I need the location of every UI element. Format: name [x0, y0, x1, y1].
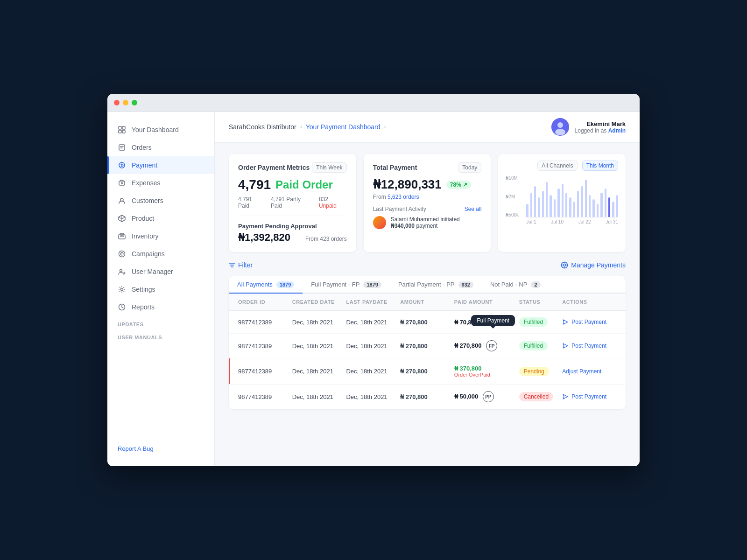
page-content: Order Payment Metrics This Week 4,791 Pa…: [215, 143, 640, 420]
table-row: 9877412389 Dec, 18th 2021 Dec, 18th 2021…: [229, 334, 626, 358]
sidebar-item-orders[interactable]: Orders: [107, 139, 214, 156]
status-4: Cancelled: [519, 392, 563, 401]
chart-bar: [608, 197, 610, 217]
tab-all-payments[interactable]: All Payments 1879: [229, 276, 303, 294]
user-name: Ekemini Mark: [575, 120, 626, 127]
pending-from: From 423 orders: [305, 236, 347, 242]
pending-label: Payment Pending Approval: [238, 223, 347, 230]
amount-2: ₦ 270,800: [400, 343, 454, 350]
sidebar-item-user-manager[interactable]: User Manager: [107, 263, 214, 280]
post-payment-btn-2[interactable]: Post Payment: [562, 343, 616, 349]
manage-payments-button[interactable]: Manage Payments: [561, 261, 626, 269]
status-badge-1: Fulfilled: [519, 317, 548, 327]
status-badge-4: Cancelled: [519, 392, 553, 401]
user-manager-icon: [118, 267, 126, 276]
order-payment-period-btn[interactable]: This Week: [312, 162, 346, 173]
pending-section: Payment Pending Approval ₦1,392,820 From…: [238, 216, 347, 244]
sidebar-item-expenses[interactable]: Expenses: [107, 174, 214, 192]
filter-button[interactable]: Filter: [229, 261, 253, 269]
activity-label-text: payment: [416, 223, 437, 229]
created-3: Dec, 18th 2021: [292, 368, 346, 375]
paid-amount-value-1: ₦ 70,8: [454, 319, 472, 326]
this-month-filter[interactable]: This Month: [582, 161, 618, 171]
sidebar-item-product[interactable]: Product: [107, 210, 214, 227]
chart-bar: [605, 189, 606, 217]
chart-bar: [538, 197, 540, 217]
status-badge-3: Pending: [519, 367, 549, 376]
chart-bar: [557, 189, 559, 217]
tab-all-label: All Payments: [237, 281, 273, 288]
full-payment-tooltip: Full Payment: [471, 315, 515, 326]
updates-section-label: UPDATES: [107, 316, 214, 329]
breadcrumb-sep-2: ›: [384, 124, 386, 130]
post-payment-btn-4[interactable]: Post Payment: [562, 393, 616, 400]
status-1: Fulfilled: [519, 317, 563, 327]
status-badge-2: Fulfilled: [519, 341, 548, 350]
dot-green[interactable]: [132, 100, 137, 105]
sidebar-bottom: Report A Bug: [107, 441, 214, 457]
sidebar-nav: Your Dashboard Orders Payment: [107, 121, 214, 441]
report-bug-link[interactable]: Report A Bug: [118, 445, 204, 452]
x-label-jul22: Jul 22: [578, 219, 591, 224]
reports-icon: [118, 303, 126, 311]
paid-stat: 4,791 Paid: [238, 196, 264, 209]
sidebar-item-campaigns[interactable]: Campaigns: [107, 245, 214, 263]
sidebar-label-expenses: Expenses: [132, 179, 160, 187]
send-icon-1: [562, 319, 569, 325]
total-payment-period-btn[interactable]: Today: [458, 162, 481, 173]
chart-card: All Channels This Month ₦10M ₦2M ₦500k: [498, 154, 626, 252]
tab-full-payment[interactable]: Full Payment - FP 1879: [303, 276, 390, 294]
chart-bar: [573, 202, 575, 217]
sidebar-item-customers[interactable]: Customers: [107, 192, 214, 210]
svg-rect-1: [122, 126, 125, 129]
all-channels-filter[interactable]: All Channels: [537, 161, 577, 171]
see-all-btn[interactable]: See all: [465, 206, 482, 212]
total-payment-title: Total Payment: [373, 164, 417, 171]
tab-not-paid[interactable]: Not Paid - NP 2: [482, 276, 549, 294]
payment-tabs: All Payments 1879 Full Payment - FP 1879…: [229, 276, 626, 294]
pending-amount: ₦1,392,820: [238, 231, 290, 244]
breadcrumb-payment-dashboard[interactable]: Your Payment Dashboard: [306, 123, 381, 131]
last-activity-header: Last Payment Activity See all: [373, 206, 482, 212]
dot-red[interactable]: [114, 100, 120, 105]
sidebar-item-payment[interactable]: Payment: [107, 156, 214, 174]
paid-amount-value-4: ₦ 50,000: [454, 393, 478, 400]
tab-all-badge: 1879: [276, 281, 294, 288]
pp-badge: PP: [483, 391, 494, 402]
tab-partial-payment[interactable]: Partial Payment - PP 632: [390, 276, 482, 294]
paydate-1: Dec, 18th 2021: [346, 319, 400, 326]
chart-bar: [589, 195, 591, 217]
th-status: STATUS: [519, 299, 563, 305]
sidebar-item-inventory[interactable]: Inventory: [107, 227, 214, 245]
send-icon-2: [562, 343, 569, 349]
payment-icon: [118, 161, 126, 169]
action-3: Adjust Payment: [562, 368, 616, 375]
chart-bar: [616, 195, 618, 217]
adjust-payment-btn[interactable]: Adjust Payment: [562, 368, 616, 375]
sidebar-item-dashboard[interactable]: Your Dashboard: [107, 121, 214, 139]
chart-bars: [526, 175, 618, 217]
campaigns-icon: [118, 250, 126, 258]
chart-bar: [534, 186, 536, 217]
filter-icon: [229, 262, 235, 268]
send-icon-4: [562, 393, 569, 400]
x-label-jul10: Jul 10: [551, 219, 564, 224]
svg-point-16: [121, 253, 122, 254]
y-label-10m: ₦10M: [506, 175, 519, 181]
sidebar-item-settings[interactable]: Settings: [107, 280, 214, 298]
post-payment-btn-1[interactable]: Post Payment: [562, 319, 616, 325]
user-manuals-section-label: USER MANUALS: [107, 329, 214, 342]
chart-bar: [612, 202, 614, 217]
sidebar-item-reports[interactable]: Reports: [107, 298, 214, 316]
activity-name: Salami Muhammed: [391, 216, 439, 223]
dot-yellow[interactable]: [123, 100, 128, 105]
chart-bar: [550, 195, 551, 217]
order-id-2: 9877412389: [238, 343, 292, 350]
chart-bar: [597, 204, 599, 217]
y-label-2m: ₦2M: [506, 194, 519, 199]
tab-fp-badge: 1879: [363, 281, 381, 288]
sidebar-label-customers: Customers: [132, 197, 163, 204]
inventory-icon: [118, 232, 126, 240]
svg-point-9: [121, 182, 123, 184]
order-id-4: 9877412389: [238, 393, 292, 400]
